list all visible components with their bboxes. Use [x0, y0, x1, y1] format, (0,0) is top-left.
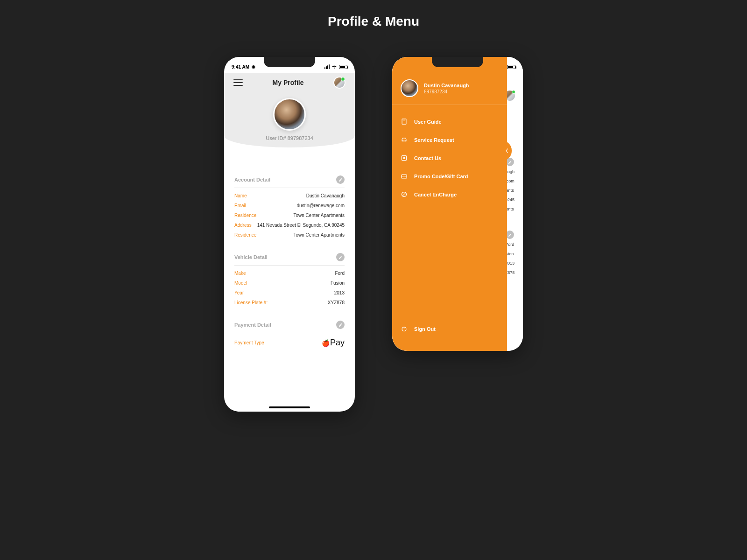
menu-item-sign-out[interactable]: Sign Out: [392, 321, 507, 337]
menu-item-label: Contact Us: [414, 155, 441, 161]
edit-payment-button[interactable]: [336, 321, 345, 329]
page-title: Profile & Menu: [328, 14, 419, 29]
svg-point-2: [402, 140, 403, 141]
menu-items: User Guide Service Request Contact Us Pr…: [392, 105, 507, 211]
battery-icon: [339, 65, 347, 69]
detail-row: Year2013: [234, 288, 345, 298]
avatar: [401, 79, 418, 97]
menu-item-service-request[interactable]: Service Request: [392, 131, 507, 149]
svg-rect-0: [402, 119, 406, 124]
svg-line-9: [402, 193, 405, 196]
signal-icon: [324, 64, 330, 69]
menu-item-user-guide[interactable]: User Guide: [392, 112, 507, 131]
peek-text: sion: [506, 250, 514, 258]
cancel-icon: [401, 191, 408, 198]
account-title: Account Detail: [234, 177, 270, 182]
menu-button[interactable]: [233, 79, 243, 86]
menu-item-cancel[interactable]: Cancel EnCharge: [392, 185, 507, 203]
avatar-small[interactable]: [333, 77, 345, 89]
svg-point-3: [405, 140, 406, 141]
profile-header: My Profile User ID# 897987234: [224, 73, 355, 166]
apple-icon: 🍎: [322, 339, 330, 347]
account-section: Account Detail NameDustin Cavanaugh Emai…: [234, 173, 345, 248]
menu-item-label: Promo Code/Gift Card: [414, 174, 468, 179]
contact-icon: [401, 154, 408, 161]
apple-pay-logo: 🍎Pay: [322, 338, 345, 348]
phone-profile: 9:41 AM ◉ My Profile User ID# 897987234: [224, 57, 355, 412]
detail-row: NameDustin Cavanaugh: [234, 191, 345, 201]
battery-icon: [507, 65, 515, 69]
account-rows: NameDustin Cavanaugh Emaildustin@renewag…: [234, 188, 345, 248]
detail-row: Emaildustin@renewage.com: [234, 201, 345, 210]
menu-item-contact-us[interactable]: Contact Us: [392, 149, 507, 167]
detail-row: ModelFusion: [234, 278, 345, 288]
status-time: 9:41 AM: [232, 64, 249, 70]
edit-account-button[interactable]: [336, 175, 345, 184]
book-icon: [401, 118, 408, 125]
menu-item-promo-code[interactable]: Promo Code/Gift Card: [392, 167, 507, 185]
detail-row: Address141 Nevada Street El Segundo, CA …: [234, 220, 345, 230]
car-icon: [401, 136, 408, 143]
detail-row: ResidenceTown Center Apartments: [234, 210, 345, 220]
payment-type-label: Payment Type: [234, 340, 264, 345]
phone-menu: 9:41 AM ◉ augh .com ents 0245 ents Ford: [392, 57, 523, 351]
menu-item-label: Service Request: [414, 137, 454, 143]
menu-item-label: Cancel EnCharge: [414, 192, 457, 197]
avatar-large[interactable]: [273, 98, 306, 131]
profile-title: My Profile: [273, 79, 304, 86]
sign-out-label: Sign Out: [414, 326, 436, 332]
phones-row: 9:41 AM ◉ My Profile User ID# 897987234: [224, 57, 523, 412]
peek-text: ents: [506, 205, 514, 213]
wifi-icon: [331, 64, 337, 70]
vehicle-title: Vehicle Detail: [234, 254, 268, 260]
menu-panel: Dustin Cavanaugh 897987234 User Guide Se…: [392, 57, 507, 351]
notch: [264, 57, 315, 67]
payment-section: Payment Detail Payment Type 🍎Pay: [234, 318, 345, 352]
menu-user-id: 897987234: [424, 89, 469, 94]
menu-user-name: Dustin Cavanaugh: [424, 83, 469, 88]
edit-vehicle-button[interactable]: [336, 253, 345, 261]
svg-point-5: [403, 157, 405, 158]
power-icon: [401, 325, 408, 332]
bear-icon: ◉: [252, 64, 255, 69]
user-id: User ID# 897987234: [266, 135, 313, 141]
peek-text: ents: [506, 187, 514, 194]
vehicle-section: Vehicle Detail MakeFord ModelFusion Year…: [234, 250, 345, 316]
payment-title: Payment Detail: [234, 322, 271, 328]
gift-card-icon: [401, 173, 408, 180]
menu-item-label: User Guide: [414, 119, 442, 125]
home-indicator[interactable]: [269, 406, 310, 408]
notch: [432, 57, 483, 67]
vehicle-rows: MakeFord ModelFusion Year2013 License Pl…: [234, 266, 345, 316]
detail-row: ResidenceTown Center Apartments: [234, 230, 345, 240]
detail-row: MakeFord: [234, 268, 345, 278]
detail-row: License Plate #:XYZ878: [234, 298, 345, 308]
menu-user[interactable]: Dustin Cavanaugh 897987234: [392, 65, 507, 105]
